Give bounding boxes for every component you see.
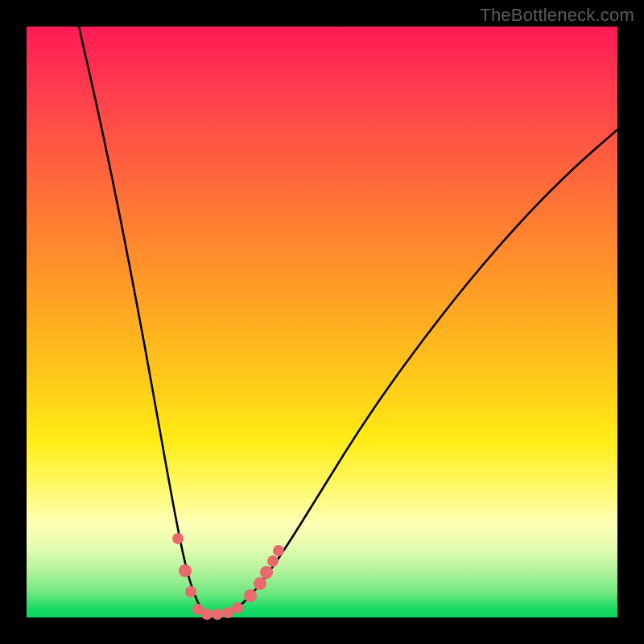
highlight-marker xyxy=(244,589,257,602)
bottleneck-curve-path xyxy=(79,27,617,614)
highlight-marker xyxy=(267,555,279,567)
highlight-marker xyxy=(179,564,192,577)
highlight-marker xyxy=(232,602,243,613)
highlight-marker xyxy=(222,607,233,618)
highlight-marker xyxy=(254,577,266,590)
highlight-marker xyxy=(212,609,223,620)
highlight-marker xyxy=(185,586,196,597)
highlight-marker xyxy=(260,566,273,579)
highlight-marker xyxy=(273,545,284,556)
highlight-marker xyxy=(172,533,184,544)
bottleneck-chart xyxy=(27,27,617,617)
highlight-marker xyxy=(201,609,213,620)
watermark-text: TheBottleneck.com xyxy=(480,5,634,26)
